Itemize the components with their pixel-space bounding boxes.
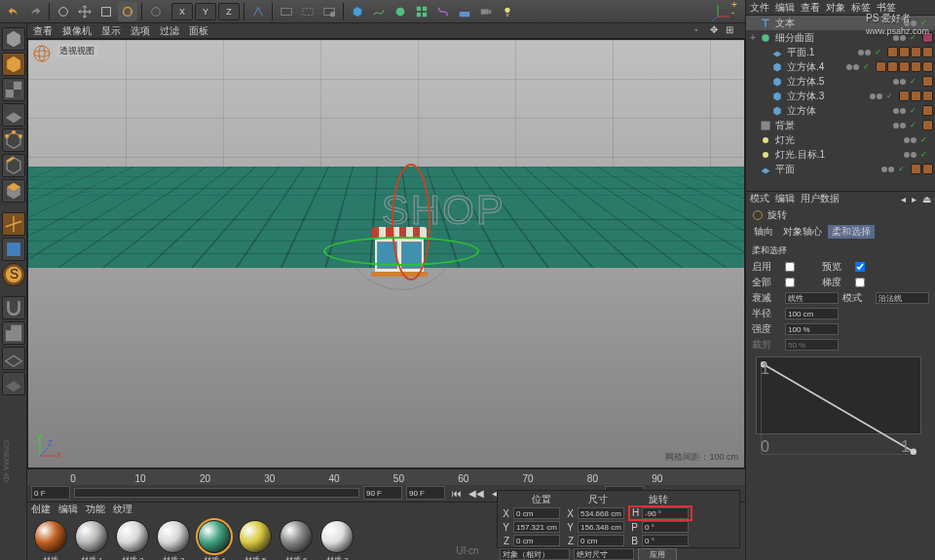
pos-y-input[interactable] [513, 521, 560, 533]
tag-icon[interactable] [876, 61, 886, 72]
preview-checkbox[interactable] [855, 262, 865, 272]
render-check-icon[interactable]: ✓ [910, 106, 916, 115]
subtab-objaxis[interactable]: 对象轴心 [779, 225, 826, 239]
mat-tab-edit[interactable]: 编辑 [58, 503, 78, 516]
object-row[interactable]: 立方体.5✓ [746, 74, 935, 89]
object-row[interactable]: 灯光.目标.1✓ [746, 147, 935, 162]
rotate-icon[interactable] [118, 2, 137, 21]
tag-icon[interactable] [911, 47, 921, 57]
axis-z-button[interactable]: Z [218, 3, 240, 20]
object-row[interactable]: 立方体.4✓ [746, 59, 935, 74]
goto-start-icon[interactable]: ⏮ [449, 486, 465, 500]
vp-nav3-icon[interactable]: ⊞ [726, 24, 739, 38]
axis-y-button[interactable]: Y [195, 3, 216, 20]
vmenu-options[interactable]: 选项 [131, 24, 150, 38]
visibility-dots[interactable] [846, 64, 859, 70]
tag-icon[interactable] [911, 61, 921, 72]
tag-icon[interactable] [922, 164, 933, 174]
attrtab-edit[interactable]: 编辑 [775, 192, 795, 205]
objtab-file[interactable]: 文件 [750, 1, 769, 15]
visibility-dots[interactable] [904, 137, 916, 143]
scale-icon[interactable] [96, 2, 116, 21]
apply-button[interactable]: 应用 [638, 548, 677, 561]
move-icon[interactable] [75, 2, 94, 21]
prev-key-icon[interactable]: ◀◀ [468, 486, 484, 500]
size-z-input[interactable] [578, 535, 624, 546]
edge-mode-icon[interactable] [2, 154, 25, 177]
rot-h-input[interactable] [642, 507, 689, 519]
falloff-select[interactable] [785, 292, 839, 304]
subtab-axis[interactable]: 轴向 [750, 225, 777, 239]
tag-icon[interactable] [922, 61, 933, 72]
objtab-obj[interactable]: 对象 [826, 1, 845, 15]
material-item[interactable]: 材质.5 [236, 520, 275, 560]
tag-icon[interactable] [911, 91, 921, 101]
material-item[interactable]: 材质.1 [72, 520, 111, 560]
mat-tab-tex[interactable]: 纹理 [113, 503, 132, 516]
last-tool-icon[interactable] [146, 2, 166, 21]
enable-checkbox[interactable] [785, 262, 795, 272]
tag-icon[interactable] [922, 91, 933, 101]
vmenu-view[interactable]: 查看 [33, 24, 53, 38]
render-view-icon[interactable] [277, 2, 296, 21]
point-mode-icon[interactable] [2, 129, 25, 152]
tag-icon[interactable] [922, 47, 933, 57]
attrtab-userdata[interactable]: 用户数据 [801, 192, 840, 205]
prim-cube-icon[interactable] [348, 2, 367, 21]
mat-tab-create[interactable]: 创建 [31, 503, 51, 516]
object-row[interactable]: 立方体✓ [746, 103, 935, 118]
workplane-icon[interactable] [2, 103, 25, 127]
render-settings-icon[interactable] [319, 2, 339, 21]
redo-icon[interactable] [25, 2, 45, 21]
visibility-dots[interactable] [893, 79, 906, 85]
tag-icon[interactable] [887, 61, 898, 72]
tag-icon[interactable] [911, 164, 921, 174]
poly-mode-icon[interactable] [2, 179, 25, 203]
object-row[interactable]: 平面.1✓ [746, 45, 935, 59]
perspective-viewport[interactable]: 透视视图 SHOP yxz [27, 39, 745, 468]
mode-select[interactable] [876, 292, 929, 304]
environment-icon[interactable] [455, 2, 474, 21]
visibility-dots[interactable] [870, 93, 882, 99]
deformer-icon[interactable] [433, 2, 453, 21]
coord-sizemode-select[interactable] [574, 548, 634, 560]
render-check-icon[interactable]: ✓ [898, 165, 905, 173]
timeline-ruler[interactable]: 0 10 20 30 40 50 60 70 80 90 [27, 469, 745, 485]
array-icon[interactable] [412, 2, 431, 21]
vmenu-camera[interactable]: 摄像机 [62, 24, 92, 38]
clip-input[interactable] [785, 339, 839, 351]
size-x-input[interactable] [578, 507, 624, 519]
pos-x-input[interactable] [513, 507, 560, 519]
snap-icon[interactable]: S [2, 263, 25, 286]
material-item[interactable]: 材质.4 [195, 520, 234, 560]
rot-b-input[interactable] [642, 535, 689, 546]
object-row[interactable]: 平面✓ [746, 162, 935, 176]
tag-icon[interactable] [887, 47, 898, 57]
tag-icon[interactable] [899, 61, 910, 72]
objtab-edit[interactable]: 编辑 [775, 1, 795, 15]
material-item[interactable]: 材质.7 [318, 520, 356, 560]
mat-tab-func[interactable]: 功能 [86, 503, 105, 516]
axis-mode-icon[interactable] [2, 212, 25, 236]
vmenu-filter[interactable]: 过滤 [160, 24, 179, 38]
pos-z-input[interactable] [513, 535, 560, 546]
render-check-icon[interactable]: ✓ [920, 135, 927, 144]
visibility-dots[interactable] [904, 152, 916, 158]
visibility-dots[interactable] [893, 123, 906, 129]
attr-home-icon[interactable]: ⏏ [922, 194, 931, 205]
attrtab-mode[interactable]: 模式 [750, 192, 769, 205]
timeline-end-input[interactable] [363, 486, 402, 500]
magnet-icon[interactable] [2, 296, 25, 319]
timeline-end2-input[interactable] [406, 486, 445, 500]
render-check-icon[interactable]: ✓ [910, 77, 916, 86]
texture-mode-icon[interactable] [2, 78, 25, 101]
strength-input[interactable] [785, 323, 839, 335]
tag-icon[interactable] [922, 105, 933, 116]
timeline-start-input[interactable] [31, 486, 70, 500]
spline-icon[interactable] [369, 2, 389, 21]
render-check-icon[interactable]: ✓ [920, 150, 927, 159]
tag-icon[interactable] [922, 76, 933, 87]
visibility-dots[interactable] [858, 50, 871, 56]
axis-x-button[interactable]: X [171, 3, 193, 20]
coord-sys-icon[interactable] [248, 2, 268, 21]
